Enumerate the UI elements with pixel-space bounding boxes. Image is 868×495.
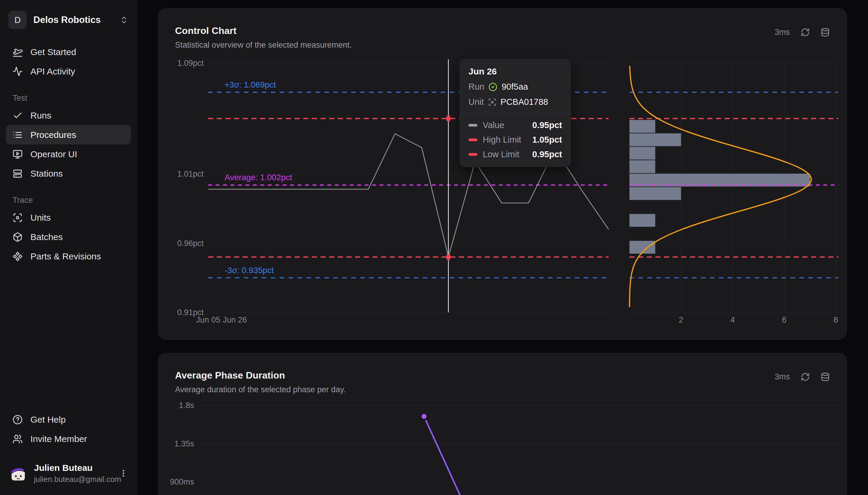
sidebar-item-label: Operator UI <box>30 149 77 159</box>
stat-value: 0.95pct <box>532 150 562 159</box>
duration-series-line <box>424 416 465 495</box>
scan-icon <box>13 213 23 223</box>
component-icon <box>13 251 23 261</box>
svg-text:+3σ: 1.069pct: +3σ: 1.069pct <box>225 80 276 89</box>
card-subtitle: Average duration of the selected phase p… <box>175 385 346 394</box>
card-title: Average Phase Duration <box>175 370 346 381</box>
value-swatch <box>469 124 477 126</box>
workspace-switcher[interactable]: D Delos Robotics <box>9 11 129 29</box>
sidebar-item-stations[interactable]: Stations <box>6 164 131 183</box>
ellipsis-vertical-icon[interactable] <box>119 469 128 478</box>
phase-duration-chart[interactable]: 1.8s1.35s900ms <box>158 396 847 495</box>
sidebar-item-operator-ui[interactable]: Operator UI <box>6 144 131 164</box>
check-circle-icon <box>488 83 497 91</box>
sidebar-item-label: API Activity <box>30 66 75 76</box>
sidebar-item-label: Invite Member <box>30 434 87 444</box>
refresh-icon[interactable] <box>801 28 810 37</box>
card-meta: 3ms <box>775 28 830 37</box>
sidebar-item-label: Procedures <box>30 130 76 140</box>
help-circle-icon <box>13 414 23 425</box>
card-header: Average Phase Duration Average duration … <box>158 353 847 394</box>
high-limit-swatch <box>469 138 477 141</box>
run-label: Run <box>469 82 484 92</box>
check-icon <box>13 110 23 121</box>
card-meta: 3ms <box>775 372 830 381</box>
tooltip-unit-row: Unit PCBA01788 <box>469 97 562 107</box>
svg-text:4: 4 <box>730 315 735 324</box>
avatar <box>9 464 28 482</box>
sidebar-item-invite-member[interactable]: Invite Member <box>6 429 131 448</box>
server-icon <box>13 169 23 179</box>
tooltip-date: Jun 26 <box>469 66 562 76</box>
svg-text:0.96pct: 0.96pct <box>177 239 204 248</box>
stat-label: Low Limit <box>483 150 527 159</box>
svg-text:1.35s: 1.35s <box>175 439 194 448</box>
refresh-icon[interactable] <box>801 372 810 381</box>
sidebar-item-units[interactable]: Units <box>6 208 131 227</box>
monitor-play-icon <box>13 149 23 159</box>
svg-text:Average: 1.002pct: Average: 1.002pct <box>225 173 292 182</box>
workspace-name: Delos Robotics <box>33 15 113 25</box>
control-chart-card: Control Chart Statistical overview of th… <box>158 8 847 340</box>
sidebar-item-label: Units <box>30 213 51 223</box>
svg-text:900ms: 900ms <box>170 477 194 487</box>
stat-label: Value <box>483 120 527 130</box>
sidebar-item-batches[interactable]: Batches <box>6 227 131 246</box>
sidebar-item-procedures[interactable]: Procedures <box>6 125 131 144</box>
phase-duration-card: Average Phase Duration Average duration … <box>158 353 847 495</box>
sidebar-section-trace: Trace <box>6 196 131 205</box>
sidebar-item-runs[interactable]: Runs <box>6 106 131 125</box>
sidebar-nav: Get Started API Activity Test Runs Proce… <box>6 42 131 266</box>
low-limit-swatch <box>469 153 477 156</box>
sidebar-item-label: Get Started <box>30 47 76 57</box>
unit-label: Unit <box>469 97 484 107</box>
sidebar: D Delos Robotics Get Started API Activit… <box>0 0 137 495</box>
svg-text:1.8s: 1.8s <box>179 401 194 410</box>
svg-text:1.09pct: 1.09pct <box>177 59 204 68</box>
workspace-avatar: D <box>9 11 27 29</box>
high-limit-marker <box>446 116 451 122</box>
svg-text:6: 6 <box>782 315 786 324</box>
svg-text:1.01pct: 1.01pct <box>177 169 204 178</box>
sidebar-item-label: Get Help <box>30 414 66 425</box>
tooltip-divider <box>459 114 571 114</box>
sidebar-item-api-activity[interactable]: API Activity <box>6 62 131 81</box>
sidebar-item-parts-revisions[interactable]: Parts & Revisions <box>6 246 131 266</box>
sidebar-item-label: Parts & Revisions <box>30 251 101 261</box>
stat-value: 0.95pct <box>532 120 562 130</box>
activity-icon <box>13 66 23 76</box>
list-icon <box>13 130 23 140</box>
user-plus-icon <box>13 434 23 444</box>
svg-text:Jun 05: Jun 05 <box>196 315 220 324</box>
database-icon[interactable] <box>821 28 830 37</box>
tooltip-run-row: Run 90f5aa <box>469 82 562 92</box>
sidebar-item-label: Stations <box>30 169 63 179</box>
chart-tooltip: Jun 26 Run 90f5aa Unit PCBA01788 Value 0… <box>459 59 571 167</box>
sidebar-item-get-started[interactable]: Get Started <box>6 42 131 62</box>
database-icon[interactable] <box>821 372 830 381</box>
svg-text:2: 2 <box>679 315 683 324</box>
hovered-point-marker <box>446 254 451 260</box>
data-point-dot <box>421 413 427 420</box>
sidebar-item-label: Batches <box>30 232 63 242</box>
tooltip-low-limit-row: Low Limit 0.95pct <box>469 150 562 159</box>
sidebar-item-get-help[interactable]: Get Help <box>6 410 131 429</box>
sidebar-footer: Get Help Invite Member Julien Buteau jul… <box>6 410 131 487</box>
user-meta: Julien Buteau julien.buteau@gmail.com <box>34 463 112 484</box>
tooltip-value-row: Value 0.95pct <box>469 120 562 130</box>
user-email: julien.buteau@gmail.com <box>34 475 112 484</box>
latency-label: 3ms <box>775 28 790 37</box>
card-header: Control Chart Statistical overview of th… <box>158 8 847 50</box>
package-icon <box>13 232 23 242</box>
user-menu[interactable]: Julien Buteau julien.buteau@gmail.com <box>6 459 131 487</box>
card-subtitle: Statistical overview of the selected mea… <box>175 40 352 50</box>
unit-id: PCBA01788 <box>501 97 548 107</box>
svg-text:Jun 26: Jun 26 <box>223 315 247 324</box>
chevrons-up-down-icon <box>119 16 129 24</box>
sidebar-item-label: Runs <box>30 110 51 121</box>
svg-text:8: 8 <box>833 315 838 324</box>
histogram-bars <box>629 120 810 254</box>
run-id: 90f5aa <box>502 82 528 92</box>
page-title: Control Chart <box>175 25 352 36</box>
latency-label: 3ms <box>775 372 790 381</box>
